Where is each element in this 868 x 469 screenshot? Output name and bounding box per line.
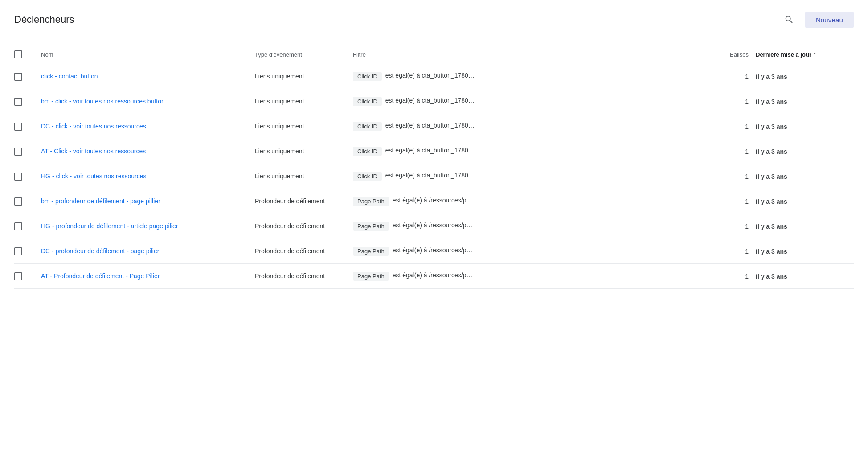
filter-content: Click ID est égal(e) à cta_button_1780… <box>353 72 713 81</box>
row-type-cell: Liens uniquement <box>255 122 353 131</box>
row-balises-cell: 1 <box>720 273 756 280</box>
row-type-value: Profondeur de défilement <box>255 272 325 280</box>
row-update-value: il y a 3 ans <box>756 198 787 205</box>
filter-value: est égal(e) à /ressources/p… <box>393 222 473 229</box>
search-icon <box>784 15 794 25</box>
filter-value: est égal(e) à cta_button_1780… <box>385 72 475 79</box>
filter-value: est égal(e) à /ressources/p… <box>393 247 473 254</box>
row-checkbox-cell <box>14 73 41 81</box>
row-checkbox[interactable] <box>14 197 22 206</box>
select-all-checkbox[interactable] <box>14 50 22 58</box>
row-balises-cell: 1 <box>720 173 756 180</box>
filter-badge: Click ID <box>353 72 382 81</box>
filter-value: est égal(e) à /ressources/p… <box>393 272 473 279</box>
row-name-cell: HG - click - voir toutes nos ressources <box>41 172 255 181</box>
table-row: bm - click - voir toutes nos ressources … <box>14 89 854 114</box>
row-checkbox[interactable] <box>14 148 22 156</box>
nouveau-button[interactable]: Nouveau <box>805 12 854 28</box>
row-checkbox[interactable] <box>14 222 22 230</box>
row-balises-cell: 1 <box>720 198 756 205</box>
table-row: bm - profondeur de défilement - page pil… <box>14 189 854 214</box>
row-update-cell: il y a 3 ans <box>756 223 854 230</box>
row-type-cell: Liens uniquement <box>255 172 353 181</box>
col-header-type: Type d'événement <box>255 51 353 58</box>
row-type-cell: Liens uniquement <box>255 72 353 81</box>
row-update-cell: il y a 3 ans <box>756 173 854 180</box>
table-row: click - contact button Liens uniquement … <box>14 64 854 89</box>
row-update-cell: il y a 3 ans <box>756 98 854 105</box>
col-header-balises: Balises <box>720 51 756 58</box>
search-button[interactable] <box>780 11 798 29</box>
filter-badge: Page Path <box>353 247 389 256</box>
filter-badge: Page Path <box>353 197 389 206</box>
table-row: DC - profondeur de défilement - page pil… <box>14 239 854 264</box>
row-checkbox-cell <box>14 123 41 131</box>
filter-content: Click ID est égal(e) à cta_button_1780… <box>353 122 713 131</box>
filter-value: est égal(e) à cta_button_1780… <box>385 172 475 179</box>
filter-value: est égal(e) à cta_button_1780… <box>385 147 475 154</box>
col-header-update[interactable]: Dernière mise à jour ↑ <box>756 51 854 58</box>
row-balises-value: 1 <box>745 198 749 205</box>
row-filter-cell: Page Path est égal(e) à /ressources/p… <box>353 272 720 281</box>
row-type-cell: Profondeur de défilement <box>255 272 353 281</box>
row-checkbox-cell <box>14 222 41 230</box>
row-update-cell: il y a 3 ans <box>756 248 854 255</box>
row-checkbox[interactable] <box>14 272 22 280</box>
row-name-link[interactable]: bm - profondeur de défilement - page pil… <box>41 197 160 205</box>
row-balises-cell: 1 <box>720 73 756 80</box>
row-checkbox[interactable] <box>14 73 22 81</box>
table-row: DC - click - voir toutes nos ressources … <box>14 114 854 139</box>
row-name-link[interactable]: DC - profondeur de défilement - page pil… <box>41 247 159 255</box>
row-balises-cell: 1 <box>720 98 756 105</box>
table-row: AT - Click - voir toutes nos ressources … <box>14 139 854 164</box>
filter-badge: Page Path <box>353 222 389 231</box>
row-checkbox[interactable] <box>14 173 22 181</box>
row-update-cell: il y a 3 ans <box>756 123 854 130</box>
row-checkbox[interactable] <box>14 98 22 106</box>
row-update-value: il y a 3 ans <box>756 73 787 80</box>
row-type-value: Liens uniquement <box>255 173 304 180</box>
filter-badge: Click ID <box>353 122 382 131</box>
row-type-value: Liens uniquement <box>255 123 304 130</box>
row-update-cell: il y a 3 ans <box>756 73 854 80</box>
row-update-value: il y a 3 ans <box>756 173 787 180</box>
table-row: AT - Profondeur de défilement - Page Pil… <box>14 264 854 289</box>
row-balises-value: 1 <box>745 248 749 255</box>
filter-badge: Click ID <box>353 97 382 106</box>
row-name-link[interactable]: DC - click - voir toutes nos ressources <box>41 123 146 130</box>
row-balises-value: 1 <box>745 123 749 130</box>
row-filter-cell: Page Path est égal(e) à /ressources/p… <box>353 247 720 256</box>
table-row: HG - profondeur de défilement - article … <box>14 214 854 239</box>
row-name-link[interactable]: bm - click - voir toutes nos ressources … <box>41 98 165 105</box>
sort-arrow-icon: ↑ <box>813 51 816 58</box>
row-balises-value: 1 <box>745 173 749 180</box>
page-container: Déclencheurs Nouveau Nom Type d'événemen… <box>0 0 868 469</box>
filter-content: Click ID est égal(e) à cta_button_1780… <box>353 172 713 181</box>
col-header-filtre: Filtre <box>353 51 720 58</box>
row-checkbox-cell <box>14 98 41 106</box>
row-name-link[interactable]: HG - profondeur de défilement - article … <box>41 222 178 230</box>
row-balises-cell: 1 <box>720 148 756 155</box>
page-title: Déclencheurs <box>14 14 74 25</box>
row-type-value: Profondeur de défilement <box>255 247 325 255</box>
row-filter-cell: Click ID est égal(e) à cta_button_1780… <box>353 122 720 131</box>
row-name-link[interactable]: AT - Profondeur de défilement - Page Pil… <box>41 272 160 280</box>
table-header: Nom Type d'événement Filtre Balises Dern… <box>14 47 854 64</box>
row-checkbox[interactable] <box>14 247 22 255</box>
row-type-value: Profondeur de défilement <box>255 197 325 205</box>
row-name-link[interactable]: AT - Click - voir toutes nos ressources <box>41 148 146 155</box>
filter-content: Click ID est égal(e) à cta_button_1780… <box>353 97 713 106</box>
row-type-value: Profondeur de défilement <box>255 222 325 230</box>
row-update-value: il y a 3 ans <box>756 223 787 230</box>
row-name-link[interactable]: click - contact button <box>41 73 98 80</box>
row-update-value: il y a 3 ans <box>756 248 787 255</box>
row-type-value: Liens uniquement <box>255 73 304 80</box>
table-body: click - contact button Liens uniquement … <box>14 64 854 289</box>
row-checkbox[interactable] <box>14 123 22 131</box>
row-type-cell: Liens uniquement <box>255 97 353 106</box>
row-filter-cell: Page Path est égal(e) à /ressources/p… <box>353 197 720 206</box>
row-type-cell: Profondeur de défilement <box>255 197 353 206</box>
filter-content: Page Path est égal(e) à /ressources/p… <box>353 247 713 256</box>
row-name-link[interactable]: HG - click - voir toutes nos ressources <box>41 173 147 180</box>
filter-content: Page Path est égal(e) à /ressources/p… <box>353 197 713 206</box>
